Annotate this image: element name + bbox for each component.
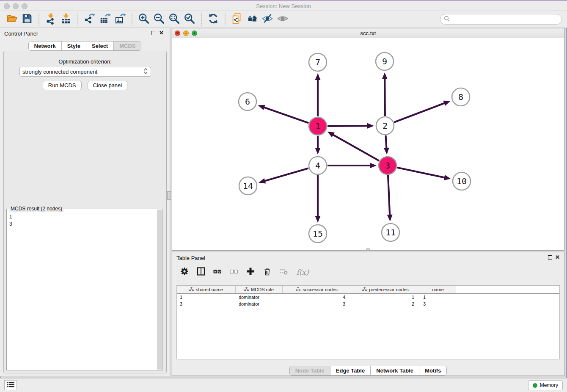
table-cell[interactable]: 1	[420, 294, 456, 301]
graph-edge-3-10[interactable]	[397, 168, 451, 180]
tab-mcds[interactable]: MCDS	[114, 41, 141, 50]
table-cell[interactable]: dominator	[236, 301, 283, 307]
mcds-result-list[interactable]: 13	[8, 210, 157, 369]
graph-node-6[interactable]: 6	[239, 93, 256, 110]
node-table[interactable]: shared nameMCDS rolesuccessor nodesprede…	[176, 285, 560, 359]
table-cell[interactable]: 2	[351, 301, 420, 307]
column-header-MCDS-role[interactable]: MCDS role	[236, 286, 283, 293]
tab-motifs[interactable]: Motifs	[419, 366, 446, 375]
export-network-button[interactable]	[82, 12, 97, 27]
memory-button[interactable]: Memory	[528, 380, 563, 390]
function-builder-button[interactable]: f(x)	[295, 268, 310, 277]
status-bar: Memory	[0, 378, 567, 392]
floppy-disk-icon	[21, 13, 33, 26]
tab-select[interactable]: Select	[86, 41, 114, 50]
run-mcds-button[interactable]: Run MCDS	[43, 81, 82, 90]
search-field[interactable]	[440, 14, 562, 25]
table-cell[interactable]: 1	[351, 294, 420, 301]
table-cell[interactable]: 3	[283, 301, 351, 307]
graph-edge-3-1[interactable]	[328, 132, 379, 161]
svg-text:15: 15	[313, 229, 323, 239]
close-panel-icon[interactable]: ✕	[159, 30, 164, 36]
float-panel-icon[interactable]	[151, 31, 155, 35]
show-all-button[interactable]	[275, 12, 290, 27]
graph-edge-1-4[interactable]	[315, 136, 321, 155]
tree-icon	[189, 287, 194, 292]
import-table-icon	[60, 13, 72, 26]
export-image-button[interactable]	[113, 12, 128, 27]
delete-column-button[interactable]	[262, 268, 272, 277]
unselect-all-columns-button[interactable]	[229, 268, 239, 277]
hide-selected-button[interactable]	[260, 12, 275, 27]
graph-edge-1-6[interactable]	[258, 105, 309, 123]
delete-table-button[interactable]	[279, 268, 288, 277]
open-session-button[interactable]	[4, 12, 19, 27]
close-panel-button[interactable]: Close panel	[88, 81, 128, 90]
graph-edge-2-8[interactable]	[394, 101, 451, 122]
first-neighbors-button[interactable]	[245, 12, 260, 27]
tab-node-table[interactable]: Node Table	[290, 366, 330, 375]
table-cell[interactable]: 4	[283, 294, 351, 301]
add-column-button[interactable]	[246, 268, 255, 277]
column-header-name[interactable]: name	[420, 286, 456, 293]
graph-node-9[interactable]: 9	[376, 52, 394, 70]
tab-network[interactable]: Network	[29, 41, 62, 50]
tab-edge-table[interactable]: Edge Table	[330, 366, 371, 375]
graph-node-8[interactable]: 8	[452, 88, 470, 106]
graph-node-1[interactable]: 1	[309, 117, 327, 135]
import-network-button[interactable]	[43, 12, 58, 27]
zoom-in-button[interactable]	[136, 12, 151, 27]
table-cell[interactable]: dominator	[236, 294, 283, 301]
zoom-fit-button[interactable]	[167, 12, 182, 27]
graph-edge-2-9[interactable]	[382, 72, 388, 116]
show-columns-button[interactable]	[196, 268, 206, 277]
clone-network-button[interactable]	[229, 12, 245, 27]
graph-node-3[interactable]: 3	[379, 157, 396, 174]
column-header-predecessor-nodes[interactable]: predecessor nodes	[351, 286, 420, 293]
result-scrollbar[interactable]	[157, 210, 162, 370]
column-header-shared-name[interactable]: shared name	[177, 286, 236, 293]
save-session-button[interactable]	[19, 12, 35, 27]
zoom-selected-button[interactable]	[182, 12, 197, 27]
tab-network-table[interactable]: Network Table	[371, 366, 419, 375]
table-row[interactable]: 1dominator411	[177, 294, 559, 301]
graph-node-7[interactable]: 7	[309, 53, 327, 71]
search-input[interactable]	[452, 16, 561, 22]
graph-edge-1-2[interactable]	[328, 123, 374, 129]
svg-text:9: 9	[382, 56, 387, 66]
graph-edge-4-3[interactable]	[328, 163, 377, 168]
graph-node-14[interactable]: 14	[239, 177, 257, 195]
column-header-successor-nodes[interactable]: successor nodes	[283, 286, 351, 293]
graph-edge-2-3[interactable]	[384, 135, 389, 155]
graph-edge-3-11[interactable]	[387, 175, 393, 221]
table-cell[interactable]: 3	[177, 301, 236, 307]
select-all-columns-button[interactable]	[213, 268, 222, 277]
graph-node-4[interactable]: 4	[309, 157, 327, 174]
panel-divider-grip[interactable]	[167, 191, 171, 200]
graph-node-2[interactable]: 2	[376, 117, 394, 135]
table-row[interactable]: 3dominator323	[177, 301, 559, 307]
table-settings-button[interactable]	[180, 268, 189, 277]
task-history-button[interactable]	[4, 380, 17, 390]
import-table-button[interactable]	[58, 12, 74, 27]
stepper-icon	[143, 67, 148, 77]
network-canvas[interactable]: 7968124314101511	[172, 38, 564, 250]
graph-edge-4-15[interactable]	[315, 175, 321, 223]
close-table-panel-icon[interactable]: ✕	[555, 254, 560, 260]
criterion-dropdown[interactable]: strongly connected component	[19, 67, 151, 77]
float-table-panel-icon[interactable]	[548, 255, 552, 259]
graph-edge-1-7[interactable]	[315, 73, 321, 116]
graph-node-15[interactable]: 15	[309, 225, 327, 243]
graph-node-10[interactable]: 10	[453, 172, 471, 190]
tab-style[interactable]: Style	[62, 41, 86, 50]
toolbar-separator	[132, 13, 132, 26]
export-table-button[interactable]	[97, 12, 113, 27]
table-cell[interactable]: 1	[177, 294, 236, 301]
table-cell[interactable]: 3	[420, 301, 456, 307]
zoom-out-button[interactable]	[151, 12, 167, 27]
zoom-out-icon	[153, 13, 165, 26]
view-divider-grip[interactable]	[366, 248, 370, 251]
graph-edge-4-14[interactable]	[259, 168, 308, 183]
refresh-view-button[interactable]	[206, 12, 221, 27]
graph-node-11[interactable]: 11	[382, 224, 399, 241]
